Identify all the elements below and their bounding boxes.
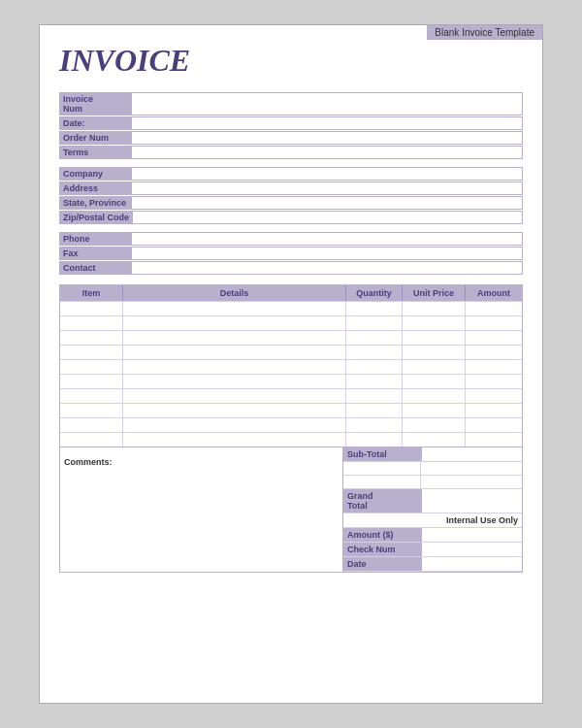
amount-cell[interactable]	[466, 433, 522, 447]
col-details-header: Details	[123, 285, 346, 301]
details-cell[interactable]	[123, 389, 346, 403]
amount-cell[interactable]	[466, 316, 522, 330]
zip-postal-label: Zip/Postal Code	[59, 211, 133, 224]
quantity-cell[interactable]	[346, 316, 403, 330]
col-quantity-header: Quantity	[346, 285, 403, 301]
unit-price-cell[interactable]	[403, 346, 466, 359]
company-label: Company	[59, 167, 132, 181]
quantity-cell[interactable]	[346, 331, 403, 345]
quantity-cell[interactable]	[346, 346, 403, 359]
details-cell[interactable]	[123, 316, 346, 330]
amount-cell[interactable]	[466, 418, 522, 432]
quantity-cell[interactable]	[346, 418, 403, 432]
sub-total-label: Sub-Total	[343, 447, 421, 461]
details-cell[interactable]	[123, 331, 346, 345]
item-cell[interactable]	[60, 404, 123, 417]
state-province-value[interactable]	[132, 196, 523, 210]
details-cell[interactable]	[123, 418, 346, 432]
col-amount-header: Amount	[466, 285, 522, 301]
unit-price-cell[interactable]	[403, 404, 466, 417]
date-value[interactable]	[132, 116, 523, 130]
table-row	[60, 330, 522, 345]
table-row	[60, 417, 522, 432]
item-cell[interactable]	[60, 302, 123, 315]
details-cell[interactable]	[123, 302, 346, 315]
grand-total-label: GrandTotal	[343, 489, 421, 513]
unit-price-cell[interactable]	[403, 433, 466, 447]
fax-value[interactable]	[132, 247, 523, 260]
phone-value[interactable]	[132, 232, 523, 246]
date-label: Date:	[59, 116, 132, 130]
item-cell[interactable]	[60, 360, 123, 374]
order-num-value[interactable]	[132, 131, 523, 145]
info-row-fax: Fax	[59, 247, 523, 260]
table-row	[60, 359, 522, 374]
amount-value[interactable]	[421, 528, 522, 542]
unit-price-cell[interactable]	[403, 360, 466, 374]
amount-cell[interactable]	[466, 375, 522, 388]
payment-date-row: Date	[343, 557, 522, 572]
amount-label: Amount ($)	[343, 528, 421, 542]
address-value[interactable]	[132, 182, 523, 195]
amount-row: Amount ($)	[343, 528, 522, 543]
details-cell[interactable]	[123, 375, 346, 388]
item-cell[interactable]	[60, 346, 123, 359]
quantity-cell[interactable]	[346, 389, 403, 403]
details-cell[interactable]	[123, 404, 346, 417]
payment-date-label: Date	[343, 557, 421, 571]
details-cell[interactable]	[123, 433, 346, 447]
item-cell[interactable]	[60, 375, 123, 388]
unit-price-cell[interactable]	[403, 418, 466, 432]
terms-value[interactable]	[132, 146, 523, 159]
table-row	[60, 388, 522, 403]
check-num-label: Check Num	[343, 543, 421, 556]
info-row-state: State, Province	[59, 196, 523, 210]
item-cell[interactable]	[60, 389, 123, 403]
unit-price-cell[interactable]	[403, 331, 466, 345]
details-cell[interactable]	[123, 360, 346, 374]
empty-right[interactable]	[421, 476, 522, 488]
unit-price-cell[interactable]	[403, 389, 466, 403]
terms-label: Terms	[59, 146, 132, 159]
quantity-cell[interactable]	[346, 433, 403, 447]
unit-price-cell[interactable]	[403, 302, 466, 315]
empty-right[interactable]	[421, 462, 522, 475]
check-num-value[interactable]	[421, 543, 522, 556]
amount-cell[interactable]	[466, 302, 522, 315]
phone-label: Phone	[59, 232, 132, 246]
company-value[interactable]	[132, 167, 523, 181]
item-cell[interactable]	[60, 331, 123, 345]
contact-value[interactable]	[132, 261, 523, 275]
zip-postal-value[interactable]	[133, 211, 523, 224]
quantity-cell[interactable]	[346, 360, 403, 374]
item-cell[interactable]	[60, 418, 123, 432]
details-cell[interactable]	[123, 346, 346, 359]
info-row-order-num: Order Num	[59, 131, 523, 145]
item-cell[interactable]	[60, 316, 123, 330]
comments-area[interactable]: Comments:	[59, 447, 343, 573]
grand-total-value[interactable]	[421, 489, 522, 513]
info-row-address: Address	[59, 182, 523, 195]
sub-total-value[interactable]	[421, 447, 522, 461]
quantity-cell[interactable]	[346, 302, 403, 315]
table-row	[60, 301, 522, 315]
sub-total-row: Sub-Total	[343, 447, 522, 462]
amount-cell[interactable]	[466, 360, 522, 374]
table-row	[60, 374, 522, 388]
empty-left	[343, 462, 421, 475]
amount-cell[interactable]	[466, 346, 522, 359]
amount-cell[interactable]	[466, 389, 522, 403]
invoice-num-value[interactable]	[132, 92, 523, 116]
contact-label: Contact	[59, 261, 132, 275]
quantity-cell[interactable]	[346, 404, 403, 417]
invoice-info-section: InvoiceNum Date: Order Num Terms	[59, 92, 523, 159]
amount-cell[interactable]	[466, 331, 522, 345]
amount-cell[interactable]	[466, 404, 522, 417]
comments-label: Comments:	[64, 457, 113, 467]
unit-price-cell[interactable]	[403, 375, 466, 388]
item-cell[interactable]	[60, 433, 123, 447]
quantity-cell[interactable]	[346, 375, 403, 388]
info-row-zip: Zip/Postal Code	[59, 211, 523, 224]
payment-date-value[interactable]	[421, 557, 522, 571]
unit-price-cell[interactable]	[403, 316, 466, 330]
